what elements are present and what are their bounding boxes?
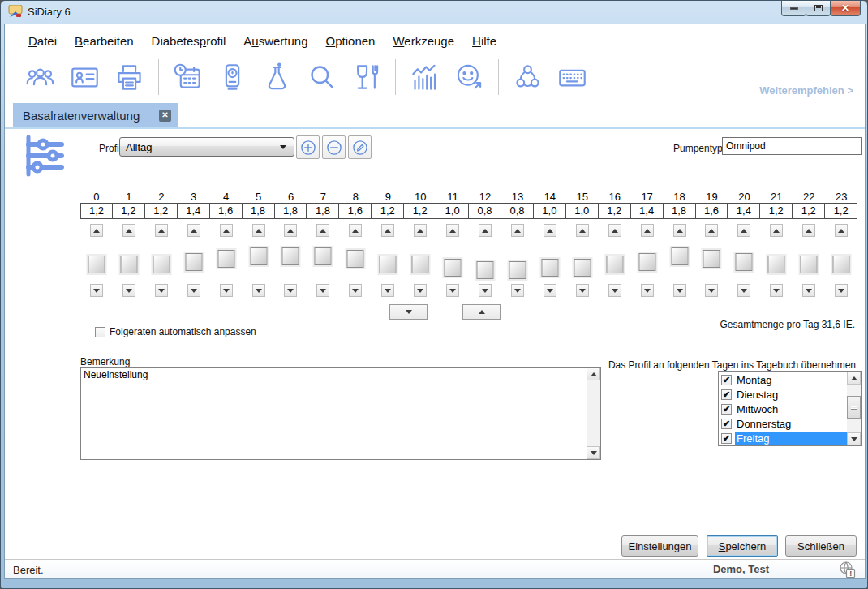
hour-slider-thumb[interactable] [412,256,429,273]
hour-down-button[interactable] [90,284,103,297]
hour-slider-track[interactable] [760,237,793,284]
hour-slider-thumb[interactable] [833,256,850,273]
hour-up-button[interactable] [835,224,848,237]
hour-up-button[interactable] [155,224,168,237]
hour-slider-track[interactable] [696,237,728,284]
hour-slider-thumb[interactable] [445,259,462,277]
hour-slider-thumb[interactable] [671,247,688,265]
hour-down-button[interactable] [155,284,168,297]
hour-value-field[interactable]: 1,2 [793,203,825,219]
hour-down-button[interactable] [511,284,524,297]
hour-slider-thumb[interactable] [120,256,137,273]
hour-slider-thumb[interactable] [574,259,591,277]
hour-down-button[interactable] [414,284,427,297]
tab-basalratenverwaltung[interactable]: Basalratenverwaltung ✕ [13,103,178,127]
glucose-meter-button[interactable] [217,62,247,92]
hour-up-button[interactable] [349,224,362,237]
hour-down-button[interactable] [673,284,686,297]
hour-slider-thumb[interactable] [250,247,267,265]
hour-up-button[interactable] [673,224,686,237]
patient-card-button[interactable] [70,62,100,92]
hour-slider-thumb[interactable] [801,256,818,273]
hour-slider-thumb[interactable] [638,253,655,271]
hour-value-field[interactable]: 1,4 [631,203,664,219]
hour-up-button[interactable] [737,224,750,237]
hour-slider-thumb[interactable] [509,261,526,279]
lab-flask-button[interactable] [262,62,292,92]
hour-slider-thumb[interactable] [736,253,753,271]
hour-slider-track[interactable] [631,237,664,284]
hour-up-button[interactable] [381,224,394,237]
hour-down-button[interactable] [479,284,492,297]
day-item-mittwoch[interactable]: ✔Mittwoch [719,402,847,416]
hour-value-field[interactable]: 1,2 [825,203,857,219]
hour-slider-track[interactable] [599,237,631,284]
hour-up-button[interactable] [446,224,459,237]
scroll-down-button[interactable] [587,446,600,459]
hour-value-field[interactable]: 1,2 [113,203,145,219]
hour-up-button[interactable] [252,224,265,237]
recommend-link[interactable]: Weiterempfehlen > [759,84,853,97]
hour-up-button[interactable] [414,224,427,237]
scroll-up-button[interactable] [587,368,600,380]
hour-slider-track[interactable] [469,237,501,284]
smiley-export-button[interactable] [454,62,484,92]
hour-down-button[interactable] [252,284,265,297]
remark-textarea[interactable]: Neueinstellung [80,367,601,460]
hour-down-button[interactable] [446,284,459,297]
shift-all-up-button[interactable] [462,304,501,320]
tab-close-icon[interactable]: ✕ [159,110,171,122]
hour-value-field[interactable]: 1,6 [339,203,372,219]
hour-slider-track[interactable] [793,237,825,284]
hour-down-button[interactable] [770,284,783,297]
hour-down-button[interactable] [349,284,362,297]
day-checkbox[interactable]: ✔ [721,419,732,429]
hour-slider-thumb[interactable] [153,256,170,273]
hour-down-button[interactable] [316,284,329,297]
patients-group-button[interactable] [25,62,55,92]
hour-slider-track[interactable] [436,237,469,284]
hour-value-field[interactable]: 1,8 [307,203,339,219]
day-checkbox[interactable]: ✔ [721,404,732,415]
hour-slider-thumb[interactable] [477,261,494,279]
menu-item-diabetesprofil[interactable]: Diabetesprofil [143,32,235,50]
menu-item-datei[interactable]: Datei [19,32,66,50]
hour-slider-track[interactable] [243,237,275,284]
hour-slider-track[interactable] [178,237,210,284]
hour-slider-thumb[interactable] [282,247,299,265]
hour-slider-track[interactable] [534,237,566,284]
hour-value-field[interactable]: 1,2 [404,203,436,219]
hour-down-button[interactable] [220,284,233,297]
hour-value-field[interactable]: 1,8 [275,203,307,219]
close-tab-button[interactable]: Schließen [785,535,857,557]
auto-adjust-checkbox[interactable] [95,327,105,337]
hour-value-field[interactable]: 0,8 [501,203,534,219]
food-drink-button[interactable] [351,62,381,92]
profile-dropdown[interactable]: Alltag [119,137,294,157]
hour-slider-track[interactable] [113,237,145,284]
hour-slider-track[interactable] [210,237,243,284]
days-scrollbar[interactable] [847,372,861,445]
hour-up-button[interactable] [608,224,621,237]
close-button[interactable]: ✕ [830,1,861,16]
settings-button[interactable]: Einstellungen [621,535,698,557]
hour-slider-thumb[interactable] [217,250,234,268]
hour-slider-thumb[interactable] [185,253,202,271]
add-profile-button[interactable] [296,135,320,159]
hour-slider-thumb[interactable] [768,256,785,273]
hour-slider-thumb[interactable] [315,247,332,265]
hour-value-field[interactable]: 1,2 [80,203,113,219]
hour-slider-track[interactable] [566,237,599,284]
hour-slider-track[interactable] [501,237,534,284]
calendar-clock-button[interactable] [173,62,203,92]
hour-value-field[interactable]: 1,8 [243,203,275,219]
hour-up-button[interactable] [576,224,589,237]
keyboard-button[interactable] [557,62,587,92]
hour-value-field[interactable]: 1,0 [436,203,469,219]
hour-up-button[interactable] [187,224,200,237]
hour-value-field[interactable]: 1,2 [760,203,793,219]
menu-item-bearbeiten[interactable]: Bearbeiten [66,32,143,50]
hour-down-button[interactable] [737,284,750,297]
hour-value-field[interactable]: 1,8 [664,203,696,219]
search-button[interactable] [307,62,337,92]
